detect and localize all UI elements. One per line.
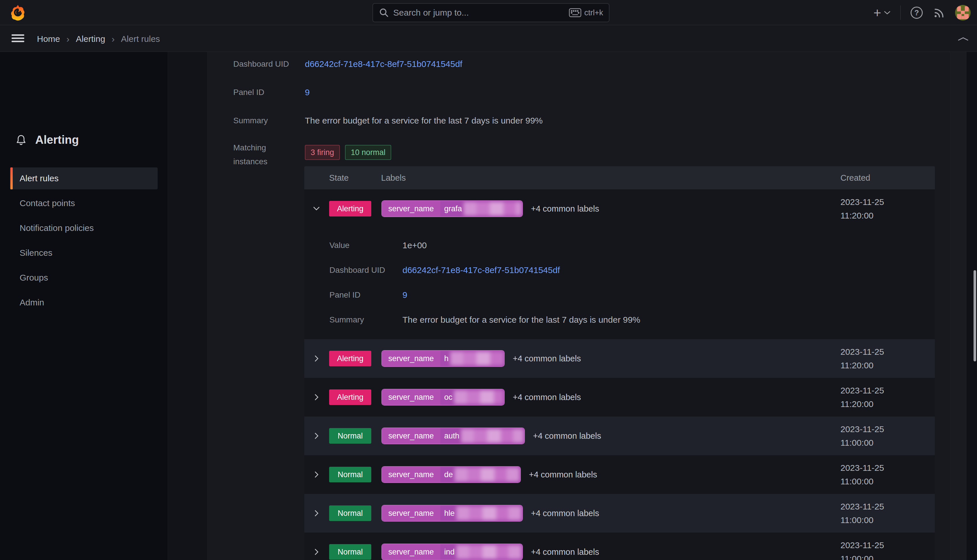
label-chip: server_name oc (382, 389, 505, 405)
content-right-gutter (951, 52, 966, 560)
instance-expanded-details: Value 1e+00 Dashboard UID d66242cf-71e8-… (304, 228, 935, 339)
common-labels-text: +4 common labels (513, 393, 581, 402)
instance-row[interactable]: Normal server_name auth +4 common labels… (304, 417, 935, 455)
collapse-row-chevron-down-icon[interactable] (310, 189, 323, 228)
breadcrumb-alerting[interactable]: Alerting (76, 34, 105, 44)
detail-summary-text: The error budget for a service for the l… (402, 313, 640, 327)
news-rss-icon[interactable] (932, 7, 945, 19)
breadcrumb-bar: Home › Alerting › Alert rules (0, 26, 977, 52)
search-icon (379, 8, 389, 18)
expand-row-chevron-right-icon[interactable] (310, 455, 323, 494)
panel-id-link[interactable]: 9 (305, 85, 310, 99)
common-labels-text: +4 common labels (533, 431, 601, 441)
scrollbar-track[interactable] (967, 52, 977, 560)
sidebar-item-alert-rules[interactable]: Alert rules (10, 167, 158, 189)
detail-panel-id-link[interactable]: 9 (402, 288, 407, 302)
sidebar-item-notification-policies[interactable]: Notification policies (10, 217, 158, 239)
expand-row-chevron-right-icon[interactable] (310, 378, 323, 417)
state-badge: Alerting (329, 201, 371, 217)
detail-label-value: Value (329, 238, 350, 252)
field-label-panel-id: Panel ID (233, 85, 264, 99)
common-labels-text: +4 common labels (531, 547, 599, 557)
help-icon[interactable]: ? (910, 7, 923, 19)
instance-row[interactable]: Normal server_name ind +4 common labels … (304, 533, 935, 560)
label-chip-value: ind (444, 548, 455, 557)
scrollbar-thumb[interactable] (974, 270, 976, 362)
label-chip-key: server_name (382, 389, 440, 405)
detail-dashboard-uid-link[interactable]: d66242cf-71e8-417c-8ef7-51b0741545df (402, 263, 560, 277)
created-timestamp: 2023-11-25 11:00:00 (840, 500, 884, 527)
instance-row[interactable]: Alerting server_name h +4 common labels … (304, 339, 935, 378)
label-chip-key: server_name (382, 467, 440, 482)
search-shortcut-label: ctrl+k (584, 8, 603, 17)
label-chip: server_name grafa (382, 200, 523, 217)
label-chip: server_name auth (382, 428, 525, 444)
detail-label-panel-id: Panel ID (329, 288, 360, 302)
collapse-chevron-up-icon[interactable] (957, 35, 969, 43)
column-header-state: State (329, 166, 349, 189)
detail-label-dashboard-uid: Dashboard UID (329, 263, 385, 277)
main-content: Dashboard UID d66242cf-71e8-417c-8ef7-51… (207, 52, 950, 560)
plus-icon: + (874, 7, 881, 18)
sidebar-item-contact-points[interactable]: Contact points (10, 192, 158, 214)
sidebar-item-label: Admin (20, 298, 44, 307)
instance-row[interactable]: Normal server_name de +4 common labels 2… (304, 455, 935, 494)
new-menu-button[interactable]: + (874, 7, 890, 18)
label-chip-key: server_name (382, 201, 440, 217)
summary-text: The error budget for a service for the l… (305, 114, 543, 128)
created-timestamp: 2023-11-25 11:00:00 (840, 538, 884, 560)
state-badge: Normal (329, 467, 371, 482)
column-header-created: Created (840, 166, 870, 189)
label-chip-key: server_name (382, 428, 440, 444)
created-timestamp: 2023-11-25 11:20:00 (840, 383, 884, 411)
sidebar-item-label: Silences (20, 248, 52, 258)
label-chip-value: h (444, 354, 448, 363)
sidebar-item-groups[interactable]: Groups (10, 267, 158, 289)
sidebar-item-silences[interactable]: Silences (10, 242, 158, 264)
dashboard-uid-link[interactable]: d66242cf-71e8-417c-8ef7-51b0741545df (305, 57, 462, 71)
redacted-label-value (457, 545, 522, 559)
created-timestamp: 2023-11-25 11:00:00 (840, 461, 884, 488)
sidebar-item-label: Alert rules (20, 173, 58, 183)
field-label-matching-instances: Matching instances (233, 141, 297, 168)
matching-instances-table: State Labels Created Alerting server_nam… (304, 166, 935, 560)
state-badge: Normal (329, 505, 371, 521)
search-input[interactable]: Search or jump to... ctrl+k (372, 3, 609, 22)
redacted-label-value (455, 468, 519, 482)
menu-toggle-icon[interactable] (12, 34, 24, 44)
expand-row-chevron-right-icon[interactable] (310, 417, 323, 455)
expand-row-chevron-right-icon[interactable] (310, 339, 323, 378)
label-chip-key: server_name (382, 505, 440, 521)
breadcrumb-separator: › (112, 34, 115, 45)
label-chip: server_name de (382, 466, 521, 483)
created-timestamp: 2023-11-25 11:00:00 (840, 422, 884, 450)
label-chip: server_name ind (382, 543, 523, 560)
user-avatar[interactable] (955, 5, 970, 20)
state-badge: Alerting (329, 389, 371, 405)
label-chip-value: grafa (444, 204, 462, 213)
label-chip-key: server_name (382, 544, 440, 560)
bell-icon (15, 134, 27, 146)
breadcrumb-separator: › (67, 34, 70, 45)
grafana-logo-icon[interactable] (11, 5, 25, 21)
column-header-labels: Labels (381, 166, 406, 189)
keyboard-icon (569, 8, 582, 17)
sidebar-item-admin[interactable]: Admin (10, 292, 158, 313)
instance-row[interactable]: Normal server_name hle +4 common labels … (304, 494, 935, 533)
label-chip-value: hle (444, 509, 455, 518)
field-label-dashboard-uid: Dashboard UID (233, 57, 289, 71)
label-chip: server_name h (382, 350, 505, 367)
label-chip: server_name hle (382, 505, 523, 522)
redacted-label-value (454, 390, 503, 404)
expand-row-chevron-right-icon[interactable] (310, 494, 323, 533)
common-labels-text: +4 common labels (529, 470, 597, 480)
instance-row[interactable]: Alerting server_name oc +4 common labels… (304, 378, 935, 417)
field-label-summary: Summary (233, 114, 268, 128)
detail-value: 1e+00 (402, 238, 427, 252)
instance-row[interactable]: Alerting server_name grafa +4 common lab… (304, 189, 935, 228)
sidebar-item-label: Notification policies (20, 223, 94, 233)
breadcrumb-home[interactable]: Home (37, 34, 60, 44)
state-badge: Normal (329, 428, 371, 444)
expand-row-chevron-right-icon[interactable] (310, 533, 323, 560)
search-placeholder: Search or jump to... (393, 8, 569, 18)
